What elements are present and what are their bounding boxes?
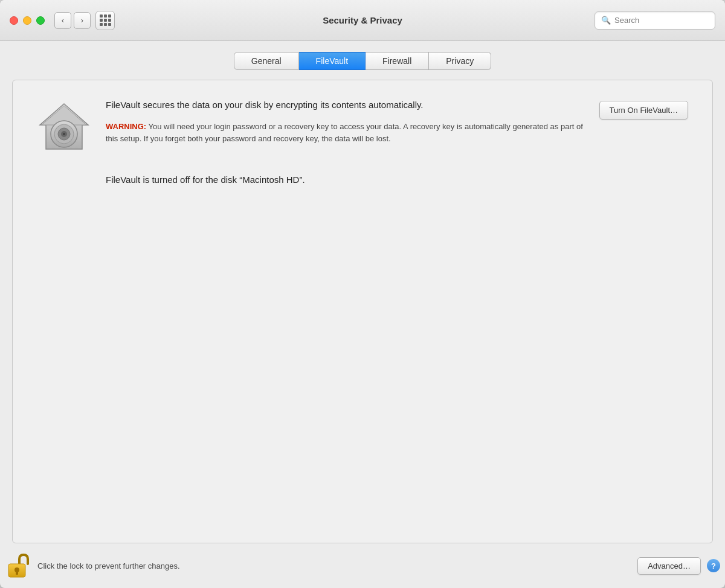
filevault-status: FileVault is turned off for the disk “Ma…	[37, 174, 688, 185]
search-icon: 🔍	[601, 16, 611, 25]
bottom-bar: Click the lock to prevent further change…	[0, 543, 725, 588]
panel-inner: FileVault secures the data on your disk …	[37, 98, 688, 155]
svg-rect-9	[16, 571, 18, 575]
warning-block: WARNING: You will need your login passwo…	[106, 121, 585, 146]
tab-privacy[interactable]: Privacy	[429, 52, 491, 70]
warning-text: You will need your login password or a r…	[106, 122, 583, 144]
turn-on-filevault-button[interactable]: Turn On FileVault…	[599, 101, 688, 120]
forward-button[interactable]: ›	[74, 12, 91, 29]
bottom-right: Advanced… ?	[637, 557, 720, 575]
content-panel: FileVault secures the data on your disk …	[12, 80, 713, 543]
back-button[interactable]: ‹	[54, 12, 71, 29]
tab-general[interactable]: General	[234, 52, 299, 70]
maximize-button[interactable]	[36, 16, 45, 25]
nav-buttons: ‹ ›	[54, 12, 91, 29]
grid-icon	[100, 14, 111, 26]
search-input[interactable]	[614, 16, 709, 25]
lock-status-text: Click the lock to prevent further change…	[37, 561, 630, 570]
info-area: FileVault secures the data on your disk …	[106, 98, 585, 145]
close-button[interactable]	[10, 16, 18, 25]
traffic-lights	[10, 16, 45, 25]
main-description: FileVault secures the data on your disk …	[106, 98, 585, 112]
window-title: Security & Privacy	[323, 15, 402, 25]
title-bar: ‹ › Security & Privacy 🔍	[0, 0, 725, 41]
search-box[interactable]: 🔍	[594, 11, 715, 30]
minimize-button[interactable]	[23, 16, 31, 25]
svg-point-6	[63, 133, 65, 135]
main-window: ‹ › Security & Privacy 🔍 General FileVau…	[0, 0, 725, 588]
help-button[interactable]: ?	[707, 559, 720, 572]
tabs-area: General FileVault Firewall Privacy	[12, 41, 713, 80]
filevault-icon	[37, 101, 91, 155]
advanced-button[interactable]: Advanced…	[637, 557, 701, 575]
main-content: General FileVault Firewall Privacy	[0, 41, 725, 543]
tab-filevault[interactable]: FileVault	[299, 52, 366, 70]
lock-icon[interactable]	[5, 553, 30, 578]
warning-label: WARNING:	[106, 122, 146, 131]
tab-firewall[interactable]: Firewall	[366, 52, 429, 70]
grid-view-button[interactable]	[95, 11, 115, 30]
